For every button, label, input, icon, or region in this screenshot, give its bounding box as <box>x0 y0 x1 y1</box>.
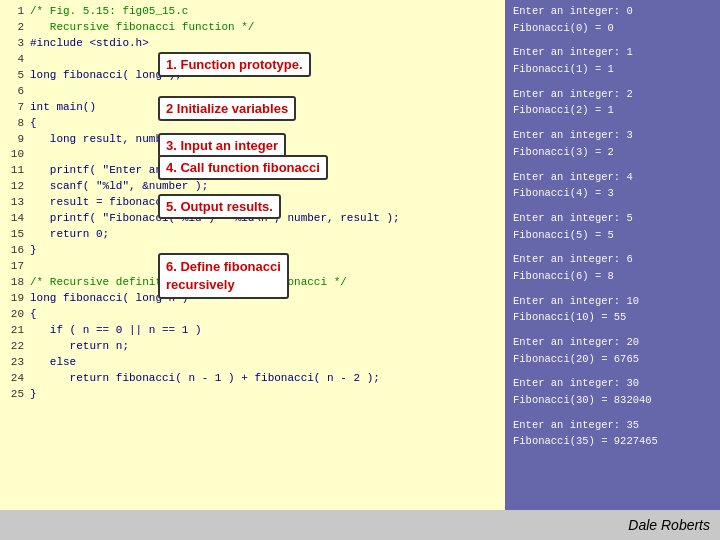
code-line: 15 return 0; <box>6 227 499 243</box>
code-lines: 1/* Fig. 5.15: fig05_15.c2 Recursive fib… <box>6 4 499 402</box>
output-entry: Enter an integer: 2 <box>513 87 712 102</box>
code-line: 25} <box>6 387 499 403</box>
output-entry: Fibonacci(0) = 0 <box>513 21 712 36</box>
output-entry: Enter an integer: 10 <box>513 294 712 309</box>
line-content: return n; <box>30 339 129 355</box>
code-panel: 1/* Fig. 5.15: fig05_15.c2 Recursive fib… <box>0 0 505 510</box>
line-content: { <box>30 307 37 323</box>
line-content: /* Recursive definition of function fibo… <box>30 275 347 291</box>
line-content: long result, number; <box>30 132 182 148</box>
line-content: return 0; <box>30 227 109 243</box>
code-line: 4 <box>6 52 499 68</box>
code-line: 1/* Fig. 5.15: fig05_15.c <box>6 4 499 20</box>
code-line: 21 if ( n == 0 || n == 1 ) <box>6 323 499 339</box>
line-number: 24 <box>6 371 24 387</box>
output-entry: Enter an integer: 6 <box>513 252 712 267</box>
line-number: 12 <box>6 179 24 195</box>
output-entry: Enter an integer: 35 <box>513 418 712 433</box>
code-line: 9 long result, number; <box>6 132 499 148</box>
line-content: Recursive fibonacci function */ <box>30 20 254 36</box>
output-entry: Fibonacci(3) = 2 <box>513 145 712 160</box>
line-number: 21 <box>6 323 24 339</box>
line-number: 9 <box>6 132 24 148</box>
code-line: 2 Recursive fibonacci function */ <box>6 20 499 36</box>
line-content: long fibonacci( long n ) <box>30 291 188 307</box>
line-number: 20 <box>6 307 24 323</box>
output-panel: Enter an integer: 0Fibonacci(0) = 0Enter… <box>505 0 720 510</box>
line-number: 4 <box>6 52 24 68</box>
code-line: 14 printf( "Fibonacci( %ld ) = %ld\n", n… <box>6 211 499 227</box>
output-entry: Enter an integer: 3 <box>513 128 712 143</box>
output-entry: Fibonacci(1) = 1 <box>513 62 712 77</box>
code-line: 19long fibonacci( long n ) <box>6 291 499 307</box>
line-content: } <box>30 387 37 403</box>
line-number: 22 <box>6 339 24 355</box>
line-content: long fibonacci( long ); <box>30 68 182 84</box>
line-content: #include <stdio.h> <box>30 36 149 52</box>
line-number: 17 <box>6 259 24 275</box>
output-entry: Fibonacci(2) = 1 <box>513 103 712 118</box>
line-content: printf( "Fibonacci( %ld ) = %ld\n", numb… <box>30 211 400 227</box>
code-line: 16} <box>6 243 499 259</box>
code-line: 22 return n; <box>6 339 499 355</box>
output-entry: Fibonacci(20) = 6765 <box>513 352 712 367</box>
line-number: 8 <box>6 116 24 132</box>
line-number: 13 <box>6 195 24 211</box>
code-line: 3#include <stdio.h> <box>6 36 499 52</box>
code-line: 23 else <box>6 355 499 371</box>
line-number: 11 <box>6 163 24 179</box>
code-line: 6 <box>6 84 499 100</box>
code-line: 5long fibonacci( long ); <box>6 68 499 84</box>
output-entry: Fibonacci(4) = 3 <box>513 186 712 201</box>
code-line: 7int main() <box>6 100 499 116</box>
output-entry: Fibonacci(5) = 5 <box>513 228 712 243</box>
output-entry: Fibonacci(35) = 9227465 <box>513 434 712 449</box>
line-number: 14 <box>6 211 24 227</box>
code-line: 13 result = fibonacci( number ); <box>6 195 499 211</box>
line-number: 2 <box>6 20 24 36</box>
code-line: 17 <box>6 259 499 275</box>
line-content: return fibonacci( n - 1 ) + fibonacci( n… <box>30 371 380 387</box>
line-number: 3 <box>6 36 24 52</box>
output-entry: Enter an integer: 30 <box>513 376 712 391</box>
line-number: 25 <box>6 387 24 403</box>
line-content: else <box>30 355 76 371</box>
footer: Dale Roberts <box>0 510 720 540</box>
code-line: 10 <box>6 147 499 163</box>
line-number: 16 <box>6 243 24 259</box>
line-content: scanf( "%ld", &number ); <box>30 179 208 195</box>
output-entry: Enter an integer: 0 <box>513 4 712 19</box>
line-number: 1 <box>6 4 24 20</box>
output-entry: Enter an integer: 20 <box>513 335 712 350</box>
line-content: result = fibonacci( number ); <box>30 195 241 211</box>
code-line: 18/* Recursive definition of function fi… <box>6 275 499 291</box>
line-content: } <box>30 243 37 259</box>
output-entry: Fibonacci(10) = 55 <box>513 310 712 325</box>
line-number: 10 <box>6 147 24 163</box>
line-number: 7 <box>6 100 24 116</box>
output-entry: Fibonacci(6) = 8 <box>513 269 712 284</box>
line-content: { <box>30 116 37 132</box>
code-line: 12 scanf( "%ld", &number ); <box>6 179 499 195</box>
code-line: 11 printf( "Enter an integer: " ); <box>6 163 499 179</box>
line-content: /* Fig. 5.15: fig05_15.c <box>30 4 188 20</box>
output-entry: Fibonacci(30) = 832040 <box>513 393 712 408</box>
line-content: printf( "Enter an integer: " ); <box>30 163 254 179</box>
line-content: if ( n == 0 || n == 1 ) <box>30 323 202 339</box>
line-number: 19 <box>6 291 24 307</box>
line-content: int main() <box>30 100 96 116</box>
code-line: 8{ <box>6 116 499 132</box>
line-number: 5 <box>6 68 24 84</box>
code-line: 20{ <box>6 307 499 323</box>
output-entry: Enter an integer: 1 <box>513 45 712 60</box>
footer-author: Dale Roberts <box>628 517 710 533</box>
output-entry: Enter an integer: 4 <box>513 170 712 185</box>
line-number: 15 <box>6 227 24 243</box>
line-number: 23 <box>6 355 24 371</box>
line-number: 6 <box>6 84 24 100</box>
line-number: 18 <box>6 275 24 291</box>
output-entry: Enter an integer: 5 <box>513 211 712 226</box>
code-line: 24 return fibonacci( n - 1 ) + fibonacci… <box>6 371 499 387</box>
